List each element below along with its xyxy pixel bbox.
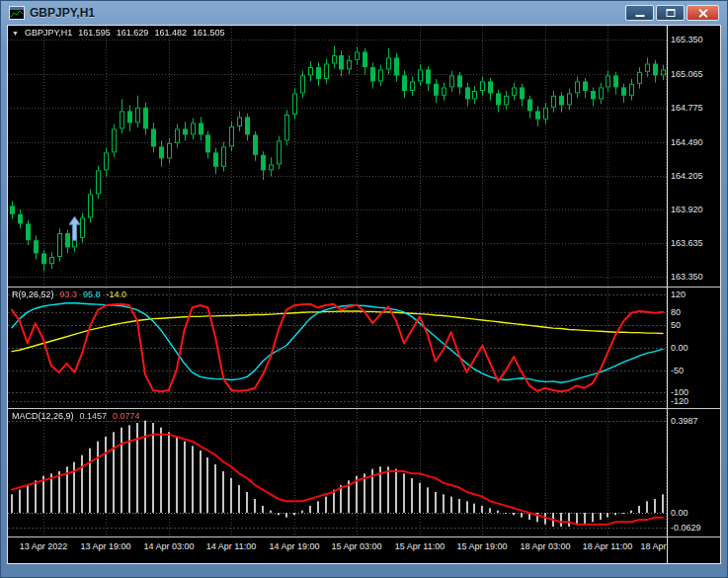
time-label: 14 Apr 19:00 (269, 541, 319, 551)
close-button[interactable] (687, 5, 719, 21)
macd-signal-value: 0.0774 (113, 411, 140, 421)
oscillator-value-2: 95.8 (83, 289, 101, 299)
macd-value: 0.1457 (80, 411, 108, 421)
chart-app-icon (9, 6, 25, 20)
scale-corner (668, 537, 720, 563)
axis-label: 0.00 (671, 343, 688, 353)
time-label: 18 Apr 19:00 (640, 541, 667, 551)
time-axis[interactable]: 13 Apr 202213 Apr 19:0014 Apr 03:0014 Ap… (8, 537, 667, 563)
oscillator-scale[interactable]: 12080500.00-50-100-120 (668, 288, 720, 408)
time-label: 18 Apr 03:00 (520, 541, 570, 551)
axis-label: 164.205 (671, 171, 703, 181)
macd-name: MACD(12,26,9) (12, 411, 74, 421)
titlebar[interactable]: GBPJPY,H1 (7, 1, 721, 25)
open-value: 161.595 (78, 28, 111, 38)
axis-label: -120 (671, 396, 688, 406)
oscillator-canvas[interactable] (8, 288, 667, 408)
close-value: 161.505 (193, 28, 225, 38)
minimize-button[interactable] (625, 5, 654, 21)
chart-client-area: ▼ GBPJPY,H1 161.595 161.629 161.482 161.… (7, 25, 721, 564)
axis-label: -50 (671, 366, 684, 375)
axis-label: 165.350 (671, 35, 703, 44)
oscillator-label: R(9,26,52) 93.3 95.8 -14.0 (12, 289, 126, 299)
axis-label: -0.0629 (671, 523, 701, 533)
axis-label: 50 (671, 320, 681, 330)
axis-label: 163.350 (671, 272, 703, 282)
axis-label: 165.065 (671, 69, 703, 79)
time-label: 15 Apr 11:00 (395, 541, 445, 551)
symbol-period-label: GBPJPY,H1 (25, 28, 72, 38)
dropdown-arrow-icon: ▼ (12, 30, 19, 37)
high-value: 161.629 (117, 28, 149, 38)
minimize-icon (635, 15, 644, 17)
oscillator-value-1: 93.3 (60, 289, 78, 299)
macd-pane[interactable]: MACD(12,26,9) 0.1457 0.0774 (8, 409, 667, 537)
chart-window: GBPJPY,H1 ▼ GBPJPY,H1 161.595 161.629 16… (0, 0, 728, 578)
low-value: 161.482 (154, 28, 187, 38)
main-chart-pane[interactable]: ▼ GBPJPY,H1 161.595 161.629 161.482 161.… (8, 26, 667, 287)
maximize-button[interactable] (656, 5, 685, 21)
axis-label: 0.3987 (671, 416, 698, 426)
oscillator-name: R(9,26,52) (12, 289, 54, 299)
axis-label: 164.775 (671, 103, 703, 113)
time-label: 14 Apr 03:00 (143, 541, 194, 551)
axis-label: 0.00 (671, 508, 688, 518)
time-label: 13 Apr 19:00 (80, 541, 130, 551)
main-chart-canvas[interactable] (8, 26, 667, 287)
time-label: 14 Apr 11:00 (206, 541, 256, 551)
window-controls (625, 5, 719, 21)
window-title: GBPJPY,H1 (30, 6, 95, 20)
time-label: 15 Apr 03:00 (331, 541, 381, 551)
time-label: 18 Apr 11:00 (583, 541, 632, 551)
time-label: 13 Apr 2022 (20, 541, 68, 551)
axis-label: 163.635 (671, 238, 703, 248)
symbol-ohlc-label: ▼ GBPJPY,H1 161.595 161.629 161.482 161.… (12, 28, 224, 38)
time-label: 15 Apr 19:00 (456, 541, 507, 551)
maximize-icon (666, 9, 675, 17)
axis-label: 164.490 (671, 137, 703, 147)
axis-label: 163.920 (671, 205, 703, 214)
axis-label: 120 (671, 289, 686, 299)
macd-canvas[interactable] (8, 409, 667, 537)
close-icon (703, 13, 705, 24)
price-scale[interactable]: 165.350165.065164.775164.490164.205163.9… (668, 26, 720, 287)
macd-label: MACD(12,26,9) 0.1457 0.0774 (12, 411, 140, 421)
macd-scale[interactable]: 0.39870.00-0.0629 (668, 409, 720, 537)
axis-label: 80 (671, 307, 681, 317)
oscillator-value-3: -14.0 (107, 289, 127, 299)
oscillator-pane[interactable]: R(9,26,52) 93.3 95.8 -14.0 (8, 288, 667, 408)
chart-frame: ▼ GBPJPY,H1 161.595 161.629 161.482 161.… (7, 25, 721, 564)
